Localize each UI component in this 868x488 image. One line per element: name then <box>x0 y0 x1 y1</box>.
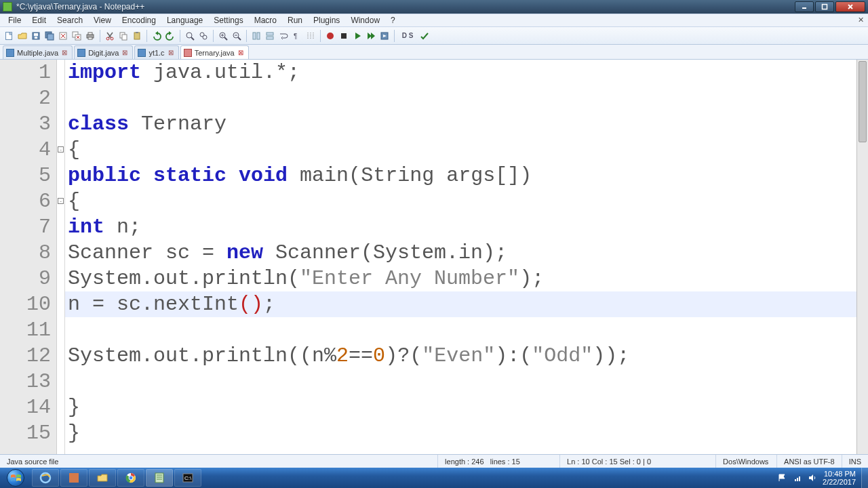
svg-point-47 <box>327 33 334 39</box>
paste-icon <box>132 31 142 41</box>
vertical-scrollbar[interactable] <box>856 60 868 454</box>
start-button[interactable] <box>0 468 31 488</box>
tool-save[interactable] <box>30 30 42 42</box>
tool-close[interactable] <box>57 30 69 42</box>
tool-spell[interactable] <box>418 30 431 42</box>
code-line[interactable]: System.out.println("Enter Any Number"); <box>68 266 868 291</box>
minimize-button[interactable] <box>795 1 814 12</box>
editor[interactable]: 123456789101112131415 -- import java.uti… <box>0 60 868 454</box>
tool-redo[interactable] <box>164 30 176 42</box>
tool-show-all[interactable]: ¶ <box>291 30 303 42</box>
menu-help[interactable]: ? <box>385 14 401 26</box>
tool-play-multi[interactable] <box>365 30 377 42</box>
taskbar-explorer[interactable] <box>89 469 116 487</box>
svg-rect-27 <box>136 32 138 33</box>
menu-view[interactable]: View <box>88 14 117 26</box>
tool-play-macro[interactable] <box>351 30 363 42</box>
close-button[interactable] <box>835 1 865 12</box>
code-line[interactable] <box>68 317 868 343</box>
code-line[interactable]: public static void main(String args[]) <box>68 163 868 188</box>
menu-language[interactable]: Language <box>161 14 208 26</box>
code-line[interactable]: System.out.println((n%2==0)?("Even"):("O… <box>68 343 868 369</box>
code-line[interactable] <box>68 369 868 394</box>
taskbar-cmd[interactable]: C:\ <box>174 469 201 487</box>
tool-close-all[interactable] <box>71 30 83 42</box>
tool-debug[interactable]: D S <box>398 30 417 42</box>
tab-close-icon[interactable]: ⊠ <box>167 49 174 56</box>
menu-edit[interactable]: Edit <box>26 14 52 26</box>
tray-network-icon[interactable] <box>793 473 802 483</box>
tab-close-icon[interactable]: ⊠ <box>237 49 244 56</box>
menu-close-doc[interactable]: ✕ <box>856 16 865 25</box>
menu-encoding[interactable]: Encoding <box>117 14 161 26</box>
menu-file[interactable]: File <box>3 14 26 26</box>
tray-clock[interactable]: 10:48 PM 2/22/2017 <box>823 470 856 486</box>
close-icon <box>847 3 854 10</box>
code-area[interactable]: import java.util.*;class Ternary{public … <box>65 60 868 454</box>
menu-macro[interactable]: Macro <box>249 14 282 26</box>
tool-save-all[interactable] <box>43 30 56 42</box>
tool-indent-guide[interactable] <box>304 30 317 42</box>
tool-print[interactable] <box>84 30 96 42</box>
tool-zoom-in[interactable] <box>217 30 229 42</box>
tray-volume-icon[interactable] <box>808 473 817 483</box>
clock-time: 10:48 PM <box>823 470 856 478</box>
svg-line-38 <box>238 37 241 40</box>
code-line[interactable]: { <box>68 137 868 163</box>
tool-find[interactable] <box>184 30 196 42</box>
menu-window[interactable]: Window <box>345 14 385 26</box>
tool-save-macro[interactable] <box>378 30 391 42</box>
tool-stop-macro[interactable] <box>338 30 350 42</box>
tool-sync-v[interactable] <box>250 30 262 42</box>
code-line[interactable]: } <box>68 420 868 446</box>
tool-paste[interactable] <box>131 30 143 42</box>
code-line[interactable]: Scanner sc = new Scanner(System.in); <box>68 240 868 266</box>
tool-zoom-out[interactable] <box>231 30 243 42</box>
cut-icon <box>105 31 115 41</box>
show-desktop-button[interactable] <box>861 468 868 488</box>
code-line[interactable] <box>68 85 868 111</box>
fold-marker[interactable]: - <box>58 198 64 204</box>
code-content: import java.util.*;class Ternary{public … <box>65 60 868 446</box>
save-icon <box>31 31 41 41</box>
taskbar-app-1[interactable] <box>60 469 87 487</box>
menu-settings[interactable]: Settings <box>208 14 248 26</box>
code-line[interactable]: } <box>68 394 868 420</box>
tool-new[interactable] <box>3 30 15 42</box>
tool-sync-h[interactable] <box>264 30 276 42</box>
code-line[interactable]: int n; <box>68 214 868 240</box>
tab-yt1-c[interactable]: yt1.c ⊠ <box>134 45 178 59</box>
tab-digit-java[interactable]: Digit.java ⊠ <box>74 45 133 59</box>
code-line[interactable]: n = sc.nextInt(); <box>68 291 868 317</box>
tool-open[interactable] <box>16 30 28 42</box>
tray-flag-icon[interactable] <box>778 473 787 483</box>
code-line[interactable]: { <box>68 188 868 214</box>
line-number: 1 <box>0 60 51 85</box>
taskbar-ie[interactable] <box>32 469 59 487</box>
code-line[interactable]: class Ternary <box>68 111 868 137</box>
tab-close-icon[interactable]: ⊠ <box>61 49 68 56</box>
tool-copy[interactable] <box>117 30 130 42</box>
tool-wrap[interactable] <box>277 30 290 42</box>
menu-run[interactable]: Run <box>282 14 308 26</box>
code-line[interactable]: import java.util.*; <box>68 60 868 85</box>
file-icon <box>77 49 85 57</box>
tab-ternary-java[interactable]: Ternary.java ⊠ <box>180 45 249 59</box>
menu-search[interactable]: Search <box>52 14 88 26</box>
wrap-icon <box>279 31 288 41</box>
fold-marker[interactable]: - <box>58 146 64 152</box>
tool-cut[interactable] <box>104 30 116 42</box>
maximize-button[interactable] <box>815 1 834 12</box>
tool-undo[interactable] <box>151 30 163 42</box>
tab-close-icon[interactable]: ⊠ <box>121 49 128 56</box>
taskbar-notepadpp[interactable] <box>146 469 173 487</box>
menu-plugins[interactable]: Plugins <box>308 14 345 26</box>
window-title: *C:\ytjava\Ternary.java - Notepad++ <box>16 2 795 12</box>
scrollbar-thumb[interactable] <box>859 61 867 142</box>
tab-multiple-java[interactable]: Multiple.java ⊠ <box>3 45 73 59</box>
taskbar-chrome[interactable] <box>117 469 144 487</box>
svg-line-35 <box>224 37 227 40</box>
line-number: 2 <box>0 85 51 111</box>
tool-record-macro[interactable] <box>324 30 336 42</box>
tool-replace[interactable] <box>197 30 210 42</box>
